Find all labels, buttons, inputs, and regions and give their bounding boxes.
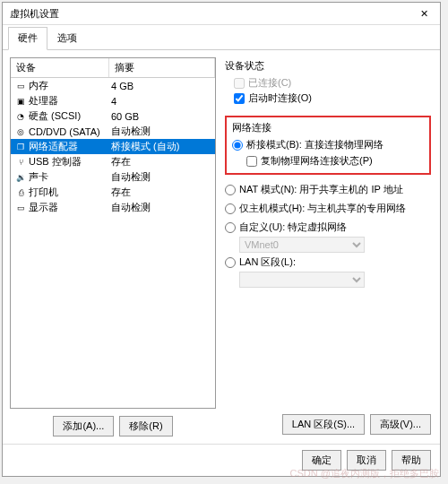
device-list: 设备 摘要 ▭ 内存 4 GB ▣ 处理器 4 ◔ 硬盘 (SCSI) 60 G… — [10, 57, 216, 409]
network-icon: ❐ — [14, 142, 27, 152]
list-item-memory[interactable]: ▭ 内存 4 GB — [11, 78, 215, 93]
connected-checkbox — [234, 78, 245, 89]
lansegment-select — [239, 272, 365, 288]
cd-icon: ◎ — [14, 126, 27, 137]
list-item-usb[interactable]: ⑂ USB 控制器 存在 — [11, 154, 215, 169]
poweron-checkbox[interactable] — [234, 93, 245, 104]
right-panel: 设备状态 已连接(C) 启动时连接(O) 网络连接 桥接模式(B): 直接连接物… — [223, 57, 433, 436]
advanced-button[interactable]: 高级(V)... — [370, 414, 431, 435]
cancel-button[interactable]: 取消 — [347, 450, 386, 471]
titlebar: 虚拟机设置 ✕ — [3, 3, 440, 25]
hostonly-row[interactable]: 仅主机模式(H): 与主机共享的专用网络 — [225, 202, 431, 215]
disk-icon: ◔ — [14, 111, 27, 122]
custom-radio[interactable] — [225, 222, 236, 233]
vm-settings-dialog: 虚拟机设置 ✕ 硬件 选项 设备 摘要 ▭ 内存 4 GB ▣ 处理器 4 — [2, 2, 441, 477]
header-device[interactable]: 设备 — [11, 58, 109, 77]
left-button-row: 添加(A)... 移除(R) — [10, 416, 216, 436]
remove-button[interactable]: 移除(R) — [119, 416, 172, 436]
list-item-disk[interactable]: ◔ 硬盘 (SCSI) 60 GB — [11, 108, 215, 124]
connected-row: 已连接(C) — [234, 76, 431, 90]
cpu-icon: ▣ — [14, 96, 27, 107]
connected-label: 已连接(C) — [248, 76, 291, 90]
poweron-label: 启动时连接(O) — [248, 91, 312, 105]
content-area: 设备 摘要 ▭ 内存 4 GB ▣ 处理器 4 ◔ 硬盘 (SCSI) 60 G… — [3, 50, 440, 444]
replicate-row[interactable]: 复制物理网络连接状态(P) — [246, 154, 424, 168]
close-icon: ✕ — [420, 8, 428, 20]
network-title: 网络连接 — [232, 121, 424, 134]
tab-options[interactable]: 选项 — [47, 27, 87, 49]
status-title: 设备状态 — [225, 59, 431, 73]
bridged-label: 桥接模式(B): 直接连接物理网络 — [246, 138, 383, 151]
list-item-network[interactable]: ❐ 网络适配器 桥接模式 (自动) — [11, 139, 215, 154]
right-button-row: LAN 区段(S)... 高级(V)... — [225, 407, 431, 435]
poweron-row[interactable]: 启动时连接(O) — [234, 91, 431, 105]
add-button[interactable]: 添加(A)... — [53, 416, 114, 436]
memory-icon: ▭ — [14, 81, 27, 91]
replicate-checkbox[interactable] — [246, 156, 257, 167]
nat-row[interactable]: NAT 模式(N): 用于共享主机的 IP 地址 — [225, 183, 431, 196]
usb-icon: ⑂ — [14, 157, 27, 168]
lansegment-label: LAN 区段(L): — [239, 255, 296, 269]
tab-hardware[interactable]: 硬件 — [8, 27, 47, 50]
bridged-radio[interactable] — [232, 140, 243, 151]
list-item-printer[interactable]: ⎙ 打印机 存在 — [11, 185, 215, 200]
hostonly-label: 仅主机模式(H): 与主机共享的专用网络 — [239, 202, 406, 215]
lansegment-row[interactable]: LAN 区段(L): — [225, 255, 431, 269]
header-summary[interactable]: 摘要 — [109, 58, 215, 77]
help-button[interactable]: 帮助 — [392, 450, 431, 471]
nat-radio[interactable] — [225, 185, 236, 195]
dialog-footer: 确定 取消 帮助 — [3, 444, 440, 476]
list-item-display[interactable]: ▭ 显示器 自动检测 — [11, 200, 215, 215]
left-panel: 设备 摘要 ▭ 内存 4 GB ▣ 处理器 4 ◔ 硬盘 (SCSI) 60 G… — [10, 57, 216, 436]
list-item-cpu[interactable]: ▣ 处理器 4 — [11, 93, 215, 108]
list-header: 设备 摘要 — [11, 58, 215, 78]
lansegment-radio[interactable] — [225, 257, 236, 268]
network-highlight: 网络连接 桥接模式(B): 直接连接物理网络 复制物理网络连接状态(P) — [225, 116, 431, 175]
printer-icon: ⎙ — [14, 187, 27, 198]
hostonly-radio[interactable] — [225, 203, 236, 214]
window-title: 虚拟机设置 — [10, 7, 59, 21]
tab-bar: 硬件 选项 — [3, 27, 440, 50]
ok-button[interactable]: 确定 — [302, 450, 341, 471]
device-status-group: 设备状态 已连接(C) 启动时连接(O) — [225, 59, 431, 107]
lan-segments-button[interactable]: LAN 区段(S)... — [282, 414, 365, 435]
replicate-label: 复制物理网络连接状态(P) — [261, 154, 373, 168]
close-button[interactable]: ✕ — [415, 6, 433, 21]
custom-vmnet-select: VMnet0 — [239, 237, 365, 253]
display-icon: ▭ — [14, 203, 27, 213]
list-item-sound[interactable]: 🔉 声卡 自动检测 — [11, 169, 215, 185]
sound-icon: 🔉 — [14, 172, 27, 183]
nat-label: NAT 模式(N): 用于共享主机的 IP 地址 — [239, 183, 403, 196]
custom-row[interactable]: 自定义(U): 特定虚拟网络 — [225, 220, 431, 234]
custom-label: 自定义(U): 特定虚拟网络 — [239, 220, 347, 234]
bridged-row[interactable]: 桥接模式(B): 直接连接物理网络 — [232, 138, 424, 151]
list-item-cddvd[interactable]: ◎ CD/DVD (SATA) 自动检测 — [11, 124, 215, 139]
